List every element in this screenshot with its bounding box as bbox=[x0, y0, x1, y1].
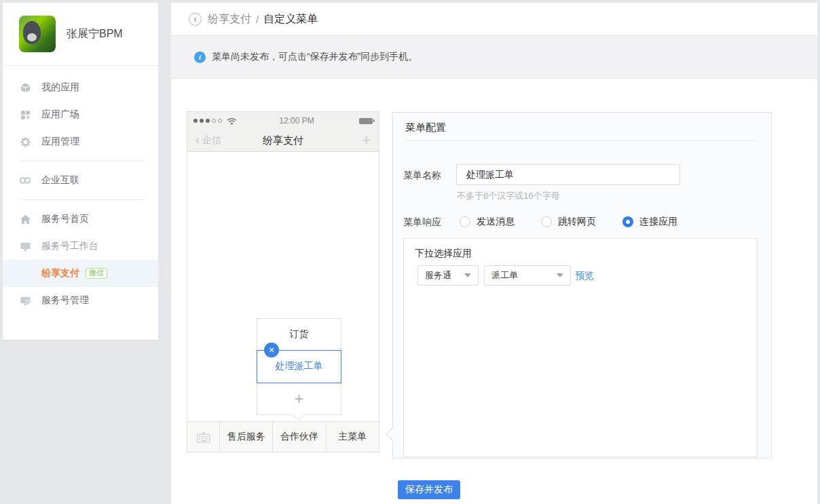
sidebar-divider bbox=[19, 199, 145, 200]
notice-bar: i 菜单尚未发布，可点击“保存并发布”同步到手机。 bbox=[171, 36, 817, 79]
radio-icon bbox=[622, 216, 633, 227]
app-dropdown[interactable]: 服务通 bbox=[417, 265, 479, 286]
notice-text: 菜单尚未发布，可点击“保存并发布”同步到手机。 bbox=[212, 51, 417, 63]
breadcrumb-separator: / bbox=[256, 14, 259, 25]
phone-statusbar: 12:00 PM bbox=[187, 112, 379, 130]
monitor-gear-icon bbox=[19, 294, 31, 307]
keyboard-toggle[interactable] bbox=[187, 422, 219, 452]
caret-down-icon bbox=[464, 273, 471, 277]
sidebar-item-service-home[interactable]: 服务号首页 bbox=[3, 206, 158, 233]
menu-name-hint: 不多于8个汉字或16个字母 bbox=[457, 190, 560, 202]
phone-navbar: ‹ 企信 纷享支付 + bbox=[187, 130, 379, 152]
sidebar-item-label: 企业互联 bbox=[41, 174, 79, 187]
phone-add-icon[interactable]: + bbox=[362, 133, 371, 148]
radio-send-message[interactable]: 发送消息 bbox=[460, 216, 515, 228]
cube-icon bbox=[19, 81, 31, 94]
sidebar-item-label: 服务号工作台 bbox=[41, 240, 98, 252]
avatar bbox=[19, 16, 56, 52]
caret-down-icon bbox=[557, 273, 563, 277]
phone-body: 订货 处理派工单 + ✕ bbox=[187, 152, 379, 421]
sidebar-item-service-workbench[interactable]: 服务号工作台 bbox=[3, 233, 158, 260]
phone-preview: 12:00 PM ‹ 企信 纷享支付 + 订货 处理派工单 + ✕ bbox=[187, 111, 379, 452]
response-options: 发送消息 跳转网页 连接应用 bbox=[460, 216, 677, 228]
preview-link[interactable]: 预览 bbox=[575, 270, 594, 282]
info-icon: i bbox=[194, 52, 206, 63]
app-item-dropdown-value: 派工单 bbox=[491, 269, 518, 282]
menu-name-label: 菜单名称 bbox=[403, 170, 441, 182]
battery-icon bbox=[359, 118, 373, 124]
phone-tabbar: 售后服务 合作伙伴 主菜单 bbox=[187, 421, 379, 452]
sidebar-item-label: 服务号首页 bbox=[41, 213, 89, 225]
sidebar-divider bbox=[19, 161, 145, 161]
chevron-left-icon: ‹ bbox=[193, 14, 197, 24]
panel-pointer bbox=[386, 427, 399, 441]
sidebar-item-my-apps[interactable]: 我的应用 bbox=[3, 74, 158, 101]
user-name: 张展宁BPM bbox=[67, 27, 123, 41]
panel-divider bbox=[405, 140, 758, 141]
panel-title: 菜单配置 bbox=[405, 121, 446, 134]
wifi-icon bbox=[227, 117, 237, 125]
page-header: ‹ 纷享支付 / 自定义菜单 bbox=[171, 3, 817, 36]
menu-name-input[interactable] bbox=[456, 164, 680, 185]
save-and-publish-button[interactable]: 保存并发布 bbox=[398, 480, 460, 499]
sidebar-item-label: 应用管理 bbox=[41, 136, 79, 148]
sidebar-item-label: 我的应用 bbox=[41, 81, 79, 94]
menu-response-label: 菜单响应 bbox=[403, 216, 441, 229]
sidebar-item-label: 服务号管理 bbox=[41, 294, 89, 307]
main-panel: ‹ 纷享支付 / 自定义菜单 i 菜单尚未发布，可点击“保存并发布”同步到手机。… bbox=[171, 3, 817, 504]
delete-menu-item-button[interactable]: ✕ bbox=[264, 343, 279, 357]
phone-title: 纷享支付 bbox=[187, 134, 379, 147]
radio-icon bbox=[460, 216, 470, 227]
menu-popup: 订货 处理派工单 + bbox=[257, 318, 341, 415]
content-area: 12:00 PM ‹ 企信 纷享支付 + 订货 处理派工单 + ✕ bbox=[171, 79, 817, 503]
radio-connect-app[interactable]: 连接应用 bbox=[622, 216, 677, 228]
sidebar: 张展宁BPM 我的应用 应用广场 应用管理 企业互联 bbox=[3, 3, 158, 340]
radio-open-webpage[interactable]: 跳转网页 bbox=[541, 216, 596, 228]
signal-dots-icon bbox=[193, 119, 222, 123]
sidebar-item-fenxiang-pay[interactable]: 纷享支付 微信 bbox=[3, 260, 158, 287]
sidebar-item-app-market[interactable]: 应用广场 bbox=[3, 101, 158, 128]
radio-icon bbox=[541, 216, 552, 227]
link-icon bbox=[19, 174, 31, 187]
back-button[interactable]: ‹ bbox=[189, 13, 202, 26]
radio-label: 连接应用 bbox=[639, 216, 677, 228]
page-title: 自定义菜单 bbox=[263, 12, 318, 26]
home-icon bbox=[19, 213, 31, 225]
gear-icon bbox=[19, 136, 31, 148]
user-block: 张展宁BPM bbox=[3, 3, 158, 66]
app-select-box: 下拉选择应用 服务通 派工单 预览 bbox=[403, 238, 758, 457]
breadcrumb-section[interactable]: 纷享支付 bbox=[208, 12, 251, 26]
keyboard-icon bbox=[196, 431, 211, 444]
grid-plus-icon bbox=[19, 109, 31, 121]
monitor-icon bbox=[19, 240, 31, 252]
app-item-dropdown[interactable]: 派工单 bbox=[484, 265, 571, 286]
menu-config-panel: 菜单配置 菜单名称 不多于8个汉字或16个字母 菜单响应 发送消息 跳转网页 连… bbox=[392, 112, 772, 459]
radio-label: 跳转网页 bbox=[558, 216, 596, 228]
sidebar-item-label: 应用广场 bbox=[41, 109, 79, 121]
radio-label: 发送消息 bbox=[477, 216, 515, 228]
close-icon: ✕ bbox=[268, 346, 274, 355]
sidebar-menu: 我的应用 应用广场 应用管理 企业互联 服务号首页 bbox=[3, 66, 158, 314]
tab-after-sales[interactable]: 售后服务 bbox=[219, 422, 272, 452]
sidebar-item-label: 纷享支付 bbox=[41, 267, 79, 279]
app-select-label: 下拉选择应用 bbox=[415, 248, 472, 260]
sidebar-item-service-manage[interactable]: 服务号管理 bbox=[3, 287, 158, 314]
wechat-badge: 微信 bbox=[86, 268, 107, 279]
tab-partners[interactable]: 合作伙伴 bbox=[272, 422, 325, 452]
tab-main-menu[interactable]: 主菜单 bbox=[326, 422, 379, 452]
app-dropdown-value: 服务通 bbox=[425, 269, 451, 282]
sidebar-item-enterprise-link[interactable]: 企业互联 bbox=[3, 167, 158, 194]
sidebar-item-app-manage[interactable]: 应用管理 bbox=[3, 128, 158, 155]
status-time: 12:00 PM bbox=[237, 116, 359, 125]
